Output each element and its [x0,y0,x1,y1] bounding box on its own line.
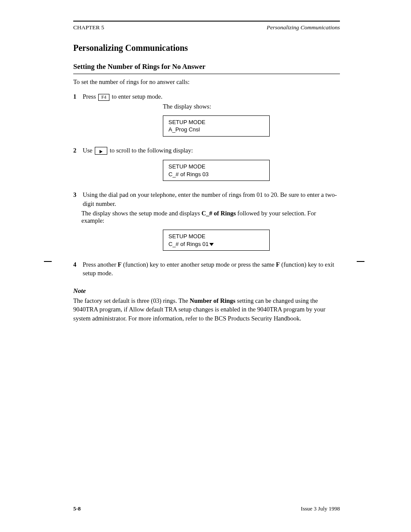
step-3-text: Using the dial pad on your telephone, en… [83,190,340,208]
key-f4-icon: F4 [98,94,109,101]
intro-text: To set the number of rings for no answer… [73,78,340,86]
lcd-line: C_# of Rings 01 [168,240,264,248]
arrow-right-icon [100,148,103,153]
lcd-line: C_# of Rings 03 [168,171,264,178]
lcd-display-2: SETUP MODE C_# of Rings 03 [163,160,270,181]
issue-date: Issue 3 July 1998 [301,505,340,512]
lcd-line: SETUP MODE [168,233,264,240]
lcd-line: SETUP MODE [168,163,264,171]
lcd-line: A_Prog Cnsl [168,126,264,134]
subsection-title: Setting the Number of Rings for No Answe… [73,62,340,71]
page-header: CHAPTER 5 Personalizing Communications [73,24,340,31]
header-title: Personalizing Communications [267,24,340,31]
step-3: 3 Using the dial pad on your telephone, … [73,190,340,208]
lcd-line: SETUP MODE [168,118,264,126]
step-2-text: Use to scroll to the following display: [83,146,193,155]
lcd-display-1: SETUP MODE A_Prog Cnsl [163,115,270,137]
note-body: The factory set default is three (03) ri… [73,296,340,323]
step-1-text: Press F4 to enter setup mode. [83,92,162,101]
page-number: 5-8 [73,505,81,512]
note-block: Note The factory set default is three (0… [73,287,340,323]
step-4: 4 Press another F (function) key to ente… [73,260,340,278]
step-1: 1 Press F4 to enter setup mode. [73,92,340,101]
display-caption-1: The display shows: [163,103,340,110]
display-caption-3: The display shows the setup mode and dis… [81,210,340,224]
step-number: 1 [73,92,79,101]
step-number: 2 [73,146,79,155]
step-2: 2 Use to scroll to the following display… [73,146,340,155]
step-number: 4 [73,260,79,269]
header-chapter: CHAPTER 5 [73,24,104,31]
page-footer: 5-8 Issue 3 July 1998 [73,505,340,512]
step-number: 3 [73,190,79,199]
key-next-icon [95,147,107,155]
note-heading: Note [73,287,340,295]
section-title: Personalizing Communications [73,43,340,53]
lcd-display-3: SETUP MODE C_# of Rings 01 [163,230,270,251]
caret-down-icon [209,241,214,247]
step-4-text: Press another F (function) key to enter … [83,260,340,278]
